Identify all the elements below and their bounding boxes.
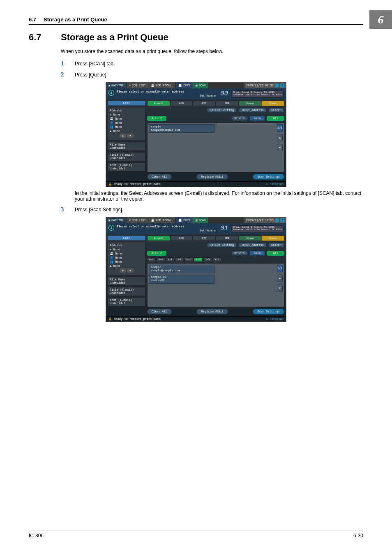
all-button[interactable]: All — [267, 116, 284, 121]
tab-copy-2[interactable]: 📄COPY — [175, 217, 193, 223]
tab-machine-2[interactable]: ▣MACHINE — [106, 217, 126, 223]
alpha-gi[interactable]: G-I — [166, 257, 175, 262]
alpha-df[interactable]: D-F — [157, 257, 165, 262]
input-address-button-2[interactable]: Input Address — [238, 243, 267, 247]
address-none-5: ▲ None — [110, 130, 143, 133]
tab-scan[interactable]: ▤SCAN — [193, 83, 208, 88]
alpha-wz[interactable]: W-Z — [213, 257, 221, 262]
panel-down-button-2[interactable]: ▼ — [127, 268, 134, 273]
panel-down-button[interactable]: ▼ — [127, 134, 134, 138]
running-head-title: Storage as a Print Queue — [44, 16, 107, 23]
note-arrow-icon: → — [61, 190, 75, 202]
running-head-num: 6.7 — [29, 16, 36, 23]
dest-tab-smb[interactable]: SMB — [216, 101, 239, 106]
step-2-number: 2 — [61, 71, 75, 78]
list-scroll-down[interactable]: ▼ — [277, 144, 283, 151]
address-label-2: Address — [110, 244, 143, 247]
list-counter: 1/1 — [277, 124, 283, 132]
dest-tab-email-2[interactable]: E-mail — [147, 236, 170, 241]
panel-up-button[interactable]: ▲ — [120, 134, 126, 138]
alpha-ps[interactable]: P-S — [194, 257, 203, 262]
file-name-label: File Name — [110, 143, 143, 146]
list-button[interactable]: List — [108, 101, 145, 106]
list-button-2[interactable]: List — [108, 236, 145, 240]
address-none-1: ✉ None — [110, 113, 143, 116]
info-icon-2: i — [108, 225, 114, 231]
tab-joblist-2[interactable]: ≡JOB LIST — [126, 217, 148, 223]
screenshot-scan-settings: ▣MACHINE ≡JOB LIST 💾HDD RECALL 📄COPY ▤SC… — [106, 217, 286, 322]
address-label: Address — [110, 109, 143, 112]
scan-settings-button-2[interactable]: Scan Settings — [253, 309, 284, 314]
title-label: Title (E-mail) — [110, 153, 143, 157]
option-setting-button[interactable]: Option Setting — [207, 108, 237, 113]
address-entry-1b[interactable]: samplesample@sample.com — [149, 265, 214, 273]
set-number-value: 00 — [220, 90, 228, 97]
help-icon-2[interactable]: ? — [280, 218, 284, 222]
dest-tab-queue-2[interactable]: Queue — [261, 236, 284, 241]
main-button-2[interactable]: Main — [249, 251, 265, 256]
tab-copy[interactable]: 📄COPY — [175, 83, 193, 88]
atoz-button-2[interactable]: A to Z — [147, 251, 166, 256]
address-none-3: 👤 None — [110, 121, 143, 125]
alpha-mo[interactable]: M-O — [184, 257, 193, 262]
search-button-2[interactable]: Search — [268, 243, 284, 247]
dest-tab-hdd[interactable]: HDD — [170, 101, 193, 106]
help-icon[interactable]: ? — [280, 83, 284, 88]
tab-machine[interactable]: ▣MACHINE — [106, 83, 126, 88]
dest-tab-ftp[interactable]: FTP — [193, 101, 216, 106]
chapter-badge: 6 — [369, 10, 392, 29]
search-button[interactable]: Search — [268, 108, 284, 113]
clear-all-button-2[interactable]: Clear All — [147, 309, 172, 314]
list-scroll-up-2[interactable]: ▲ — [277, 275, 283, 282]
clear-all-button[interactable]: Clear All — [147, 174, 172, 180]
text-label: Text (E-mail) — [110, 164, 143, 167]
footer-right: 6-30 — [353, 533, 363, 539]
note-text: In the initial settings, the Select Addr… — [75, 190, 363, 202]
input-address-button[interactable]: Input Address — [238, 108, 267, 113]
power-icon-2[interactable] — [275, 218, 279, 222]
prompt-message: Please select or manually enter address — [117, 90, 184, 93]
alpha-jl[interactable]: J-L — [175, 257, 184, 262]
section-number: 6.7 — [29, 32, 61, 43]
prompt-message-2: Please select or manually enter address — [117, 225, 184, 228]
step-1-number: 1 — [61, 60, 75, 67]
dest-tab-smb-2[interactable]: SMB — [216, 236, 239, 241]
alpha-ac[interactable]: A-C — [147, 257, 156, 262]
others-button[interactable]: Others — [231, 116, 247, 121]
info-icon: i — [108, 90, 114, 96]
step-1-text: Press [SCAN] tab. — [75, 60, 115, 67]
address-none-2: 💾 None — [110, 117, 143, 120]
address-entry-2b[interactable]: sample-02samle-02 — [149, 275, 214, 283]
tab-hdd-recall[interactable]: 💾HDD RECALL — [148, 83, 175, 88]
all-button-2[interactable]: All — [267, 251, 284, 256]
step-3-number: 3 — [61, 206, 75, 213]
main-button[interactable]: Main — [249, 116, 265, 121]
list-scroll-up[interactable]: ▲ — [277, 134, 283, 141]
text-value: Undecided — [110, 167, 143, 170]
list-scroll-down-2[interactable]: ▼ — [277, 284, 283, 292]
dest-tab-ftp-2[interactable]: FTP — [193, 236, 216, 241]
panel-up-button-2[interactable]: ▲ — [120, 268, 126, 273]
tab-joblist[interactable]: ≡JOB LIST — [126, 83, 148, 88]
tab-scan-2[interactable]: ▤SCAN — [193, 217, 208, 223]
dest-tab-group[interactable]: Group — [239, 101, 262, 106]
register-edit-button[interactable]: Register/Edit — [196, 174, 228, 180]
option-setting-button-2[interactable]: Option Setting — [207, 243, 237, 247]
set-number-value-2: 01 — [220, 225, 228, 232]
atoz-button[interactable]: A to Z — [147, 116, 166, 121]
register-edit-button-2[interactable]: Register/Edit — [196, 309, 228, 314]
list-counter-2: 1/1 — [277, 265, 283, 272]
screenshot-queue: ▣MACHINE ≡JOB LIST 💾HDD RECALL 📄COPY ▤SC… — [106, 82, 286, 187]
scan-settings-button[interactable]: Scan Settings — [253, 174, 284, 180]
tab-hdd-recall-2[interactable]: 💾HDD RECALL — [148, 217, 175, 223]
power-icon[interactable] — [275, 83, 279, 88]
alpha-tv[interactable]: T-V — [203, 257, 212, 262]
step-3-text: Press [Scan Settings]. — [75, 206, 123, 213]
others-button-2[interactable]: Others — [231, 251, 247, 256]
dest-tab-group-2[interactable]: Group — [239, 236, 262, 241]
dest-tab-hdd-2[interactable]: HDD — [170, 236, 193, 241]
dest-tab-queue[interactable]: Queue — [261, 101, 284, 106]
set-number-label-2: Set Number — [200, 229, 217, 232]
address-entry-1[interactable]: sample sample@sample.com — [149, 124, 214, 133]
dest-tab-email[interactable]: E-mail — [147, 101, 170, 106]
